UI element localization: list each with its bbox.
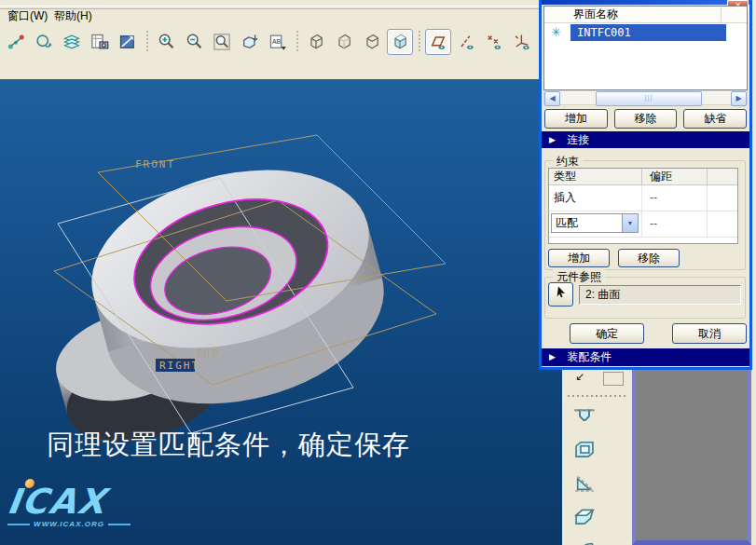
remove-constraint-button[interactable]: 移除 — [618, 249, 680, 267]
constraint-table[interactable]: 类型 偏距 插入 -- 匹配 ▼ -- — [548, 168, 738, 244]
scroll-right-icon[interactable]: ▶ — [731, 91, 747, 106]
column-header-name[interactable]: 界面名称 — [573, 7, 618, 22]
svg-text:AB: AB — [272, 38, 282, 45]
zoom-out-icon[interactable] — [181, 29, 207, 55]
pointer-arrow-icon — [554, 284, 569, 299]
datum-label-top: TOP — [196, 347, 220, 360]
model-canvas[interactable]: FRONT TOP RIGHT — [0, 79, 539, 545]
scroll-left-icon[interactable]: ◀ — [544, 91, 560, 106]
column-offset: 偏距 — [642, 169, 708, 184]
feature-toolbar: ↙ — [562, 370, 632, 545]
model-tree-capture-icon[interactable] — [87, 29, 113, 55]
interface-list-header[interactable]: 界面名称 — [544, 7, 747, 23]
toolbar-separator — [144, 31, 149, 53]
table-row[interactable]: 插入 -- — [549, 185, 737, 211]
round-icon[interactable] — [570, 536, 599, 545]
layers-icon[interactable] — [59, 29, 85, 55]
column-type: 类型 — [549, 169, 642, 184]
dialog-title-bar[interactable] — [542, 0, 749, 5]
icax-logo: ICAX WWW.ICAX.ORG — [7, 486, 131, 528]
no-hidden-icon[interactable] — [359, 29, 385, 55]
empty-button-outline[interactable] — [603, 372, 624, 386]
interface-list[interactable]: 界面名称 ✳ INTFC001 — [543, 6, 748, 90]
section-connection[interactable]: ▶ 连接 — [542, 131, 749, 148]
column-separator — [721, 7, 722, 21]
add-constraint-button[interactable]: 增加 — [548, 249, 610, 267]
constraint-type-dropdown[interactable]: 匹配 ▼ — [551, 213, 639, 233]
datum-planes-icon[interactable] — [425, 29, 451, 55]
section-connection-label: 连接 — [567, 133, 589, 146]
chamfer-icon[interactable] — [570, 502, 599, 529]
hidden-line-icon[interactable] — [331, 29, 357, 55]
datum-label-front: FRONT — [135, 158, 175, 170]
constraint-offset-match[interactable]: -- — [642, 211, 708, 237]
constraint-table-header: 类型 偏距 — [549, 169, 737, 185]
datum-analysis-icon[interactable] — [31, 29, 57, 55]
default-interface-button[interactable]: 缺省 — [683, 109, 747, 129]
constraint-type-insert[interactable]: 插入 — [549, 185, 642, 211]
asterisk-icon: ✳ — [551, 25, 561, 39]
datum-csys-icon[interactable] — [509, 29, 535, 55]
table-row[interactable]: 匹配 ▼ -- — [549, 211, 737, 238]
scrollbar-thumb[interactable]: ||| — [596, 91, 702, 106]
logo-text: ICAX — [5, 482, 109, 522]
wireframe-icon[interactable] — [303, 29, 329, 55]
saved-views-icon[interactable]: AB — [265, 29, 291, 55]
protrusion-icon[interactable] — [570, 435, 599, 462]
dropdown-value: 匹配 — [552, 214, 622, 232]
cancel-button[interactable]: 取消 — [672, 323, 747, 344]
tutorial-subtitle: 同理设置匹配条件，确定保存 — [47, 427, 410, 464]
select-reference-button[interactable] — [548, 282, 573, 307]
application-window: 窗口(W) 帮助(H) AB — [0, 0, 756, 545]
interface-name-selected[interactable]: INTFC001 — [570, 24, 726, 41]
zoom-fit-icon[interactable] — [209, 29, 235, 55]
add-interface-button[interactable]: 增加 — [544, 109, 608, 129]
connection-icon[interactable] — [3, 29, 29, 55]
section-assembly[interactable]: ▶ 装配条件 — [542, 348, 749, 366]
expand-arrow-icon: ▶ — [549, 352, 556, 361]
menu-item-window[interactable]: 窗口(W) — [2, 8, 53, 23]
menu-item-help[interactable]: 帮助(H) — [48, 8, 98, 23]
zoom-in-icon[interactable] — [153, 29, 179, 55]
orient-view-icon[interactable] — [237, 29, 263, 55]
expand-arrow-icon: ▶ — [549, 135, 556, 144]
resize-arrow-icon: ↙ — [575, 370, 584, 383]
datum-points-icon[interactable] — [481, 29, 507, 55]
interface-dialog: ✕ 界面名称 ✳ INTFC001 ◀ ||| ▶ 增加 移除 缺省 ▶ 连接 — [539, 0, 752, 370]
background-panel — [632, 370, 751, 545]
view-manager-icon[interactable] — [115, 29, 141, 55]
horizontal-scrollbar[interactable]: ◀ ||| ▶ — [543, 90, 748, 105]
shaded-icon[interactable] — [387, 29, 413, 55]
ok-button[interactable]: 确定 — [570, 323, 644, 344]
feature-icons-column — [562, 398, 632, 545]
section-assembly-label: 装配条件 — [567, 350, 612, 363]
datum-label-right: RIGHT — [159, 360, 199, 372]
remove-interface-button[interactable]: 移除 — [614, 109, 678, 129]
constraint-offset-insert[interactable]: -- — [642, 185, 708, 211]
list-item[interactable]: ✳ INTFC001 — [544, 23, 747, 41]
toolbar-separator — [417, 31, 421, 53]
main-toolbar: AB — [2, 27, 536, 57]
component-reference-field[interactable]: 2: 曲面 — [579, 285, 741, 305]
datum-axes-icon[interactable] — [453, 29, 479, 55]
logo-rule-right — [108, 524, 131, 525]
chevron-down-icon[interactable]: ▼ — [622, 214, 638, 232]
slot-icon[interactable] — [570, 402, 599, 429]
logo-rule-left — [7, 524, 30, 525]
toolbar-separator — [295, 31, 299, 53]
cut-icon[interactable] — [570, 469, 599, 496]
